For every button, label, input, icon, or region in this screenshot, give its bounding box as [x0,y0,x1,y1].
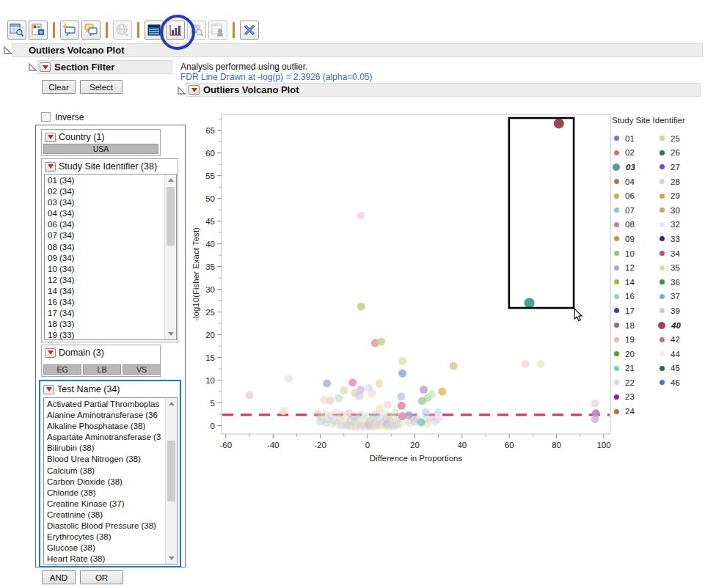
legend-entry[interactable]: 16 [612,292,657,301]
outline-header[interactable]: Outliers Volcano Plot [12,43,703,57]
legend-entry[interactable]: 09 [612,235,657,243]
test-name-item[interactable]: Diastolic Blood Pressure (38) [44,521,165,532]
data-point[interactable] [438,388,446,396]
data-point[interactable] [450,362,458,370]
legend-entry[interactable]: 08 [612,220,657,229]
test-name-item[interactable]: Chloride (38) [44,488,165,499]
data-point[interactable] [357,212,365,220]
data-point[interactable] [434,415,442,423]
study-site-item[interactable]: 04 (34) [45,208,164,219]
red-triangle-menu-icon[interactable] [43,385,54,394]
legend-entry[interactable]: 32 [657,220,703,229]
scroll-up-icon[interactable] [165,174,176,185]
data-point[interactable] [536,360,544,368]
data-point[interactable] [418,397,426,405]
study-site-item[interactable]: 07 (34) [45,230,164,241]
data-point[interactable] [348,378,357,386]
study-site-item[interactable]: 12 (34) [45,275,164,286]
data-point[interactable] [417,419,425,427]
data-point[interactable] [280,407,288,415]
test-name-item[interactable]: Alkaline Phosphatase (38) [44,421,165,432]
data-point[interactable] [368,389,376,397]
data-point[interactable] [320,396,328,404]
test-name-item[interactable]: Aspartate Aminotransferase (3 [44,432,165,443]
scroll-down-icon[interactable] [166,553,177,564]
data-panel-button[interactable] [145,21,164,40]
red-triangle-menu-icon[interactable] [189,85,200,95]
scrollbar-thumb[interactable] [167,441,175,501]
new-note-button[interactable] [60,21,79,40]
scrollbar-thumb[interactable] [167,187,175,246]
legend-entry[interactable]: 24 [612,407,657,416]
data-table-button[interactable] [7,21,26,40]
select-button[interactable]: Select [80,80,123,94]
legend-entry[interactable]: 02 [612,148,657,157]
selected-data-point-site-40[interactable] [554,118,564,128]
disclosure-triangle[interactable] [28,62,37,71]
section-filter-header[interactable]: Section Filter [37,60,172,74]
data-point[interactable] [398,357,406,365]
data-point[interactable] [591,415,599,423]
close-button[interactable] [240,21,259,40]
data-point[interactable] [245,392,253,400]
data-point[interactable] [420,386,428,394]
legend-entry[interactable]: 34 [657,249,703,258]
data-point[interactable] [323,379,331,387]
data-point[interactable] [384,401,392,409]
data-point[interactable] [398,402,406,410]
legend-entry[interactable]: 42 [657,335,703,344]
data-point[interactable] [398,370,406,378]
scroll-up-icon[interactable] [166,398,177,409]
legend-entry[interactable]: 33 [657,235,703,243]
disclosure-triangle[interactable] [3,45,12,54]
or-button[interactable]: OR [80,570,123,584]
data-point[interactable] [397,392,405,400]
data-point[interactable] [398,412,406,420]
test-name-item[interactable]: Creatine Kinase (37) [44,499,165,510]
legend-entry[interactable]: 21 [612,364,657,372]
test-name-item[interactable]: Creatinine (38) [44,510,165,521]
data-point[interactable] [356,392,364,400]
study-site-item[interactable]: 14 (34) [45,286,164,297]
red-triangle-menu-icon[interactable] [45,162,56,172]
legend-entry[interactable]: 19 [612,335,657,344]
plot-section-header[interactable]: Outliers Volcano Plot [186,83,701,97]
legend-entry[interactable]: 40 [657,321,703,330]
study-site-item[interactable]: 18 (33) [45,319,164,330]
legend-entry[interactable]: 36 [657,278,703,287]
legend-entry[interactable]: 18 [612,321,657,330]
legend-entry[interactable]: 20 [612,350,657,359]
and-button[interactable]: AND [42,570,76,584]
legend-entry[interactable]: 37 [657,292,703,301]
save-graph-button[interactable] [29,21,48,40]
red-triangle-menu-icon[interactable] [45,133,56,142]
legend-entry[interactable]: 45 [657,364,703,372]
legend-entry[interactable]: 04 [612,177,657,186]
study-site-item[interactable]: 06 (34) [45,219,164,230]
legend-entry[interactable]: 26 [657,148,703,157]
study-site-scrollbar[interactable] [164,174,176,339]
legend-entry[interactable]: 35 [657,263,703,272]
legend-entry[interactable]: 01 [612,134,657,143]
study-site-item[interactable]: 10 (34) [45,264,164,275]
legend-entry[interactable]: 22 [612,378,657,387]
legend-entry[interactable]: 29 [657,191,703,200]
test-name-item[interactable]: Carbon Dioxide (38) [44,477,165,488]
disclosure-triangle[interactable] [177,86,186,95]
data-point[interactable] [340,386,348,394]
legend-entry[interactable]: 30 [657,206,703,215]
legend-entry[interactable]: 07 [612,206,657,215]
clear-button[interactable]: Clear [42,80,76,94]
data-point[interactable] [522,360,530,368]
test-name-item[interactable]: Blood Urea Nitrogen (38) [44,454,165,465]
legend-entry[interactable]: 39 [657,306,703,315]
inverse-checkbox[interactable] [41,112,51,122]
data-point[interactable] [428,390,436,398]
domain-button-eg[interactable]: EG [43,364,81,375]
data-point[interactable] [434,408,442,416]
red-triangle-menu-icon[interactable] [40,62,51,72]
selected-data-point-site-03[interactable] [525,298,535,308]
study-site-item[interactable]: 19 (33) [45,330,164,340]
study-site-item[interactable]: 16 (34) [45,297,164,308]
study-site-item[interactable]: 03 (34) [45,197,164,208]
